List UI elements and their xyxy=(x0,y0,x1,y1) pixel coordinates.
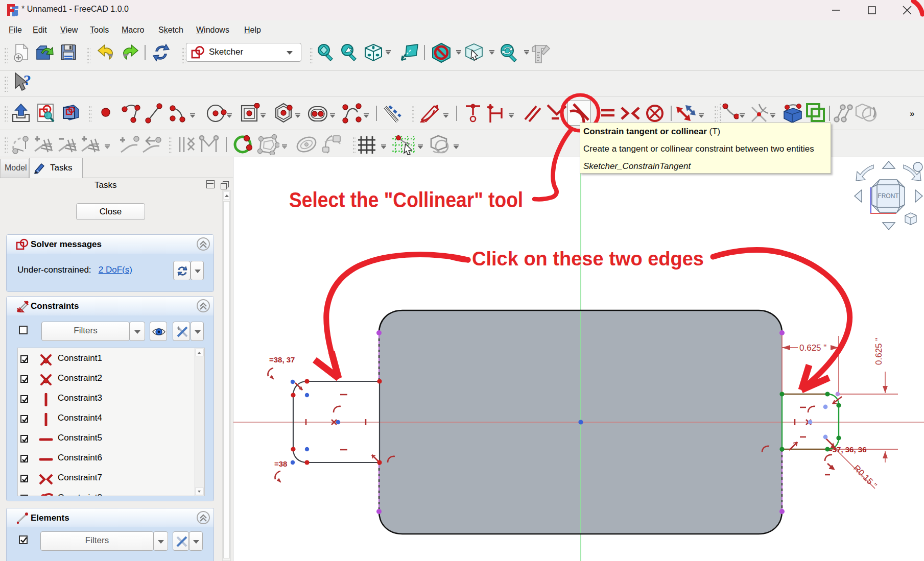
svg-text:?: ? xyxy=(23,72,31,88)
svg-text:FRONT: FRONT xyxy=(878,192,899,200)
svg-text:R0.15 ": R0.15 " xyxy=(851,463,879,490)
svg-text:0.625 ": 0.625 " xyxy=(799,343,826,353)
svg-text:=38: =38 xyxy=(274,459,287,468)
svg-text:=38, 37: =38, 37 xyxy=(269,355,295,364)
svg-text:0.625 ": 0.625 " xyxy=(874,338,884,365)
